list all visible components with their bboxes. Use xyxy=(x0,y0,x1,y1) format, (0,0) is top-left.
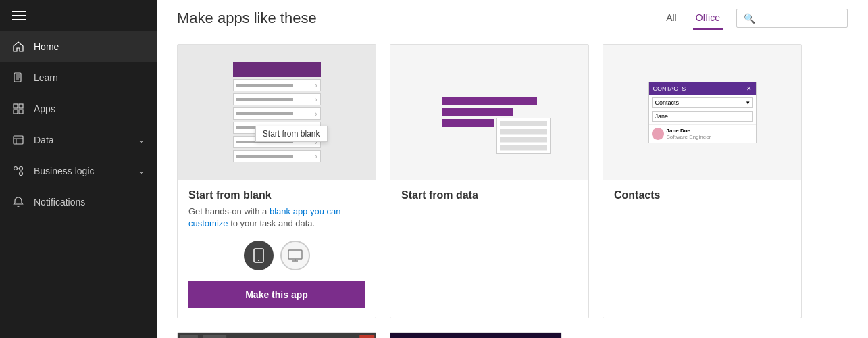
mockup-row-3: › xyxy=(233,107,321,120)
desktop-icon-circle[interactable] xyxy=(280,241,310,270)
mockup-row-6: › xyxy=(233,150,321,162)
contact-name: Jane Doe xyxy=(667,128,711,134)
search-icon: 🔍 xyxy=(744,13,755,24)
svg-rect-4 xyxy=(19,110,23,114)
home-icon xyxy=(12,41,24,53)
svg-point-6 xyxy=(14,167,18,170)
sidebar-item-data-label: Data xyxy=(34,135,128,145)
card-body-data: Start from data xyxy=(390,180,588,211)
sidebar-item-notifications[interactable]: Notifications xyxy=(0,187,157,218)
card-preview-sample xyxy=(178,333,376,338)
business-logic-arrow-icon: ⌄ xyxy=(138,166,145,176)
card-body-contacts: Contacts xyxy=(603,180,801,211)
bell-icon xyxy=(12,196,24,208)
sidebar-item-data[interactable]: Data ⌄ xyxy=(0,124,157,155)
card-preview-blank: › › › › › › Start from blank xyxy=(178,45,376,180)
svg-point-8 xyxy=(20,167,23,170)
contacts-close-icon: ✕ xyxy=(746,85,752,92)
card-preview-data xyxy=(390,45,588,180)
sidebar-item-apps[interactable]: Apps xyxy=(0,93,157,124)
mockup-header xyxy=(233,62,321,77)
page-title: Make apps like these xyxy=(177,9,650,27)
card-start-blank[interactable]: › › › › › › Start from blank Start from … xyxy=(177,44,376,318)
card-helpdesk[interactable]: SUBMIT A HELP DESK TICKET xyxy=(390,332,562,338)
card-contacts[interactable]: CONTACTS ✕ Contacts ▾ Jane Jane Doe Soft… xyxy=(603,44,802,318)
grid-icon xyxy=(12,103,24,115)
hamburger-menu[interactable] xyxy=(0,0,157,31)
card-title-data: Start from data xyxy=(401,189,578,201)
svg-rect-11 xyxy=(288,250,302,259)
filter-tab-all[interactable]: All xyxy=(663,7,680,30)
svg-point-7 xyxy=(20,172,23,176)
filter-tab-office[interactable]: Office xyxy=(693,7,723,30)
sidebar-item-home-label: Home xyxy=(34,41,145,52)
content-header: Make apps like these All Office 🔍 xyxy=(157,0,868,30)
contacts-search: Jane xyxy=(652,111,753,122)
svg-point-10 xyxy=(258,260,259,261)
table-icon xyxy=(12,134,24,146)
card-title-blank: Start from blank xyxy=(188,189,365,201)
card-sample[interactable] xyxy=(177,332,376,338)
data-panel-row-1 xyxy=(500,121,547,126)
sidebar-item-learn-label: Learn xyxy=(34,72,145,83)
contacts-dropdown-label: Contacts xyxy=(655,99,680,106)
svg-rect-1 xyxy=(14,104,18,108)
contacts-dropdown-arrow: ▾ xyxy=(746,99,750,106)
contact-role: Software Engineer xyxy=(667,134,711,140)
data-panel-row-4 xyxy=(500,145,547,151)
data-panel-row-2 xyxy=(500,129,547,135)
search-input[interactable] xyxy=(759,14,840,24)
data-panel-row-3 xyxy=(500,137,547,143)
flow-icon xyxy=(12,165,24,177)
svg-rect-2 xyxy=(19,104,23,108)
search-box: 🔍 xyxy=(736,9,848,28)
cards-grid: › › › › › › Start from blank Start from … xyxy=(157,30,868,338)
book-icon xyxy=(12,72,24,84)
sidebar-item-home[interactable]: Home xyxy=(0,31,157,62)
svg-rect-5 xyxy=(14,136,23,144)
card-start-data[interactable]: Start from data xyxy=(390,44,589,318)
hamburger-icon xyxy=(12,11,145,20)
make-this-app-button[interactable]: Make this app xyxy=(188,281,365,308)
sidebar-item-business-logic[interactable]: Business logic ⌄ xyxy=(0,155,157,187)
card-title-contacts: Contacts xyxy=(614,189,790,201)
mockup-row-1: › xyxy=(233,79,321,91)
sidebar-item-business-logic-label: Business logic xyxy=(34,166,128,176)
card-body-blank: Start from blank Get hands-on with a bla… xyxy=(178,180,376,318)
contacts-title-text: CONTACTS xyxy=(653,85,686,92)
data-bar-1 xyxy=(442,97,537,105)
contacts-mockup: CONTACTS ✕ Contacts ▾ Jane Jane Doe Soft… xyxy=(648,82,757,143)
data-bar-2 xyxy=(442,108,513,116)
data-bar-3 xyxy=(442,119,494,127)
tooltip-bubble: Start from blank xyxy=(255,126,328,142)
svg-rect-3 xyxy=(14,110,18,114)
data-mockup xyxy=(442,97,537,127)
main-content: Make apps like these All Office 🔍 › › › … xyxy=(157,0,868,338)
sidebar-item-apps-label: Apps xyxy=(34,103,145,114)
phone-icon-circle[interactable] xyxy=(244,241,274,270)
contact-avatar xyxy=(652,128,664,140)
data-arrow-icon: ⌄ xyxy=(138,135,145,145)
contact-info: Jane Doe Software Engineer xyxy=(667,128,711,140)
card-preview-dark: SUBMIT A HELP DESK TICKET xyxy=(390,333,561,338)
blank-link[interactable]: blank app you can customize xyxy=(188,206,341,228)
card-preview-contacts: CONTACTS ✕ Contacts ▾ Jane Jane Doe Soft… xyxy=(603,45,801,180)
data-panel xyxy=(496,118,551,154)
contacts-dropdown: Contacts ▾ xyxy=(652,97,753,108)
card-desc-blank: Get hands-on with a blank app you can cu… xyxy=(188,206,365,230)
sidebar: Home Learn Apps xyxy=(0,0,157,338)
contacts-entry: Jane Doe Software Engineer xyxy=(649,124,756,143)
blank-app-mockup: › › › › › › Start from blank xyxy=(233,62,321,162)
mockup-row-2: › xyxy=(233,93,321,105)
sidebar-item-learn[interactable]: Learn xyxy=(0,62,157,93)
filter-tabs: All Office xyxy=(663,7,723,30)
sidebar-item-notifications-label: Notifications xyxy=(34,197,145,208)
contacts-mockup-header: CONTACTS ✕ xyxy=(649,82,756,95)
device-icons xyxy=(188,241,365,270)
